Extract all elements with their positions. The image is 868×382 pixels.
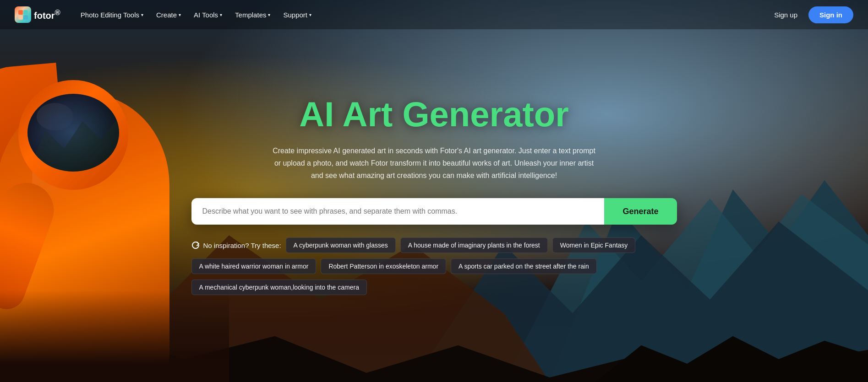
svg-rect-2 [18, 15, 23, 20]
tag-sports-car[interactable]: A sports car parked on the street after … [451, 258, 597, 274]
tag-mechanical-cyberpunk[interactable]: A mechanical cyberpunk woman,looking int… [191, 280, 367, 295]
suggestions-row-1: No inspiration? Try these: A cyberpunk w… [191, 237, 677, 253]
chevron-down-icon: ▾ [220, 12, 222, 17]
logo-text: fotor® [34, 8, 60, 21]
hero-content: AI Art Generator Create impressive AI ge… [182, 95, 686, 301]
nav-actions: Sign up Sign in [769, 6, 853, 23]
chevron-down-icon: ▾ [179, 12, 181, 17]
tag-women-epic-fantasy[interactable]: Women in Epic Fantasy [552, 237, 636, 253]
signup-button[interactable]: Sign up [769, 7, 803, 22]
suggestions-label: No inspiration? Try these: [191, 241, 281, 249]
prompt-input[interactable] [191, 198, 605, 225]
signin-button[interactable]: Sign in [808, 6, 853, 23]
nav-item-support[interactable]: Support ▾ [278, 7, 317, 22]
tag-cyberpunk-woman[interactable]: A cyberpunk woman with glasses [286, 237, 396, 253]
ground-left [0, 291, 229, 382]
tag-robert-patterson[interactable]: Robert Patterson in exoskeleton armor [321, 258, 446, 274]
generate-button[interactable]: Generate [604, 198, 677, 225]
chevron-down-icon: ▾ [309, 12, 311, 17]
hero-section: AI Art Generator Create impressive AI ge… [0, 0, 868, 382]
tag-house-plants[interactable]: A house made of imaginary plants in the … [400, 237, 548, 253]
suggestions-row-3: A mechanical cyberpunk woman,looking int… [191, 280, 677, 295]
logo[interactable]: fotor® [15, 6, 60, 23]
nav-item-create[interactable]: Create ▾ [151, 7, 186, 22]
suggestions-row-2: A white haired warrior woman in armor Ro… [191, 258, 677, 274]
logo-icon [15, 6, 31, 23]
hero-subtitle: Create impressive AI generated art in se… [269, 145, 599, 182]
navbar: fotor® Photo Editing Tools ▾ Create ▾ AI… [0, 0, 868, 29]
chevron-down-icon: ▾ [141, 12, 143, 17]
svg-rect-1 [23, 10, 28, 15]
hero-title: AI Art Generator [299, 95, 568, 134]
svg-rect-3 [23, 15, 28, 20]
suggestions-section: No inspiration? Try these: A cyberpunk w… [191, 237, 677, 301]
chevron-down-icon: ▾ [268, 12, 270, 17]
nav-links: Photo Editing Tools ▾ Create ▾ AI Tools … [75, 7, 769, 22]
refresh-icon [191, 241, 200, 249]
nav-item-ai-tools[interactable]: AI Tools ▾ [188, 7, 228, 22]
search-bar: Generate [191, 198, 677, 225]
nav-item-photo-editing-tools[interactable]: Photo Editing Tools ▾ [75, 7, 149, 22]
nav-item-templates[interactable]: Templates ▾ [229, 7, 276, 22]
svg-rect-0 [18, 10, 23, 15]
tag-white-haired-warrior[interactable]: A white haired warrior woman in armor [191, 258, 317, 274]
